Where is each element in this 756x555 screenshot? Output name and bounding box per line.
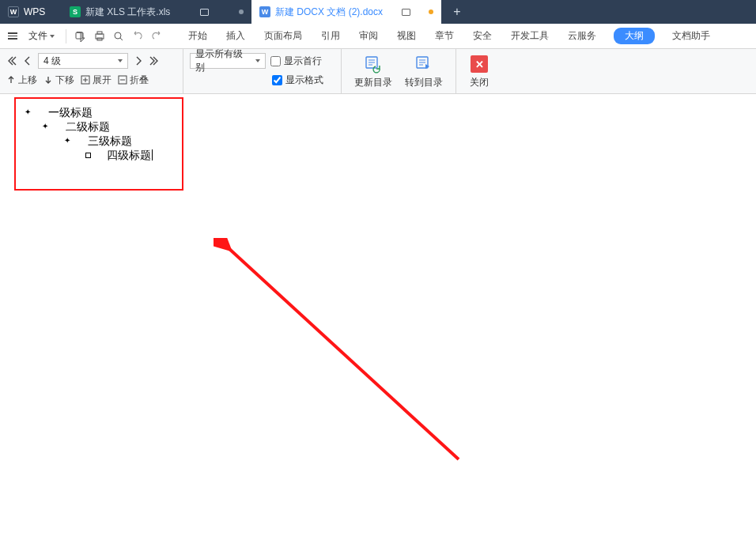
outline-h1-text: 一级标题 — [48, 105, 93, 119]
separator — [66, 29, 66, 43]
goto-toc-icon — [414, 54, 434, 74]
expand-marker-icon: ✦ — [63, 138, 70, 145]
tab-wps-label: WPS — [24, 6, 45, 17]
ribbon-tab-pagelayout[interactable]: 页面布局 — [263, 26, 304, 46]
svg-rect-2 — [97, 32, 102, 34]
ribbon-tab-chapter[interactable]: 章节 — [433, 26, 455, 46]
expand-marker-icon: ✦ — [24, 109, 31, 116]
unsaved-dot-icon — [429, 9, 433, 14]
quick-preview-icon[interactable] — [111, 28, 127, 44]
outline-h4-text: 四级标题 — [107, 148, 151, 162]
close-group: ✕ 关闭 — [456, 49, 502, 93]
tab-file-xls[interactable]: S 新建 XLS 工作表.xls — [62, 0, 251, 24]
promote-double-button[interactable] — [6, 55, 17, 66]
ribbon-tab-devtools[interactable]: 开发工具 — [509, 26, 550, 46]
svg-line-9 — [228, 247, 459, 459]
ribbon-tab-home[interactable]: 开始 — [187, 26, 209, 46]
ribbon-tab-outline[interactable]: 大纲 — [614, 28, 655, 44]
chevron-down-icon — [50, 35, 55, 38]
tab-add-button[interactable]: + — [441, 0, 473, 24]
plus-icon: + — [453, 5, 460, 19]
expand-button[interactable]: 展开 — [81, 74, 112, 87]
outline-item-h1[interactable]: ✦ 一级标题 — [24, 105, 153, 119]
expand-marker-icon: ✦ — [41, 123, 48, 130]
quick-open-icon[interactable] — [73, 28, 89, 44]
tab-wps[interactable]: W WPS — [0, 0, 62, 24]
update-toc-button[interactable]: 更新目录 — [348, 52, 399, 91]
unsaved-dot-icon — [239, 9, 244, 14]
tab-file-docx-label: 新建 DOCX 文档 (2).docx — [275, 6, 383, 19]
outline-item-h2[interactable]: ✦ 二级标题 — [24, 119, 153, 134]
goto-toc-label: 转到目录 — [405, 76, 443, 89]
annotation-arrow — [214, 238, 474, 475]
collapse-label: 折叠 — [130, 74, 149, 87]
outline-toolbar: 4 级 上移 下移 展开 — [0, 49, 756, 94]
move-down-label: 下移 — [55, 74, 74, 87]
ribbon-tab-cloud[interactable]: 云服务 — [566, 26, 598, 46]
file-menu-label: 文件 — [28, 29, 47, 43]
text-cursor — [152, 149, 153, 160]
ribbon-tab-insert[interactable]: 插入 — [225, 26, 247, 46]
close-label: 关闭 — [470, 76, 489, 89]
show-group: 显示所有级别 显示首行 显示格式 — [183, 49, 342, 93]
demote-double-button[interactable] — [149, 55, 160, 66]
window-indicator-icon — [402, 9, 410, 16]
collapse-button[interactable]: 折叠 — [118, 74, 149, 87]
chevron-down-icon — [255, 59, 260, 62]
outline-h3-text: 三级标题 — [88, 134, 132, 148]
update-toc-icon — [363, 54, 384, 74]
file-menu[interactable]: 文件 — [24, 27, 59, 45]
wps-logo-icon: W — [8, 6, 19, 17]
close-icon: ✕ — [469, 54, 490, 74]
ribbon-tab-view[interactable]: 视图 — [395, 26, 418, 46]
level-select[interactable]: 4 级 — [38, 53, 128, 69]
show-firstline-label: 显示首行 — [284, 55, 322, 68]
outline-item-h4[interactable]: 四级标题 — [24, 148, 153, 162]
toc-group: 更新目录 转到目录 — [342, 49, 456, 93]
show-level-select[interactable]: 显示所有级别 — [190, 53, 266, 69]
quick-print-icon[interactable] — [92, 28, 108, 44]
menu-bar: 文件 开始 插入 页面布局 引用 审阅 视图 章节 安全 开发工具 云服务 大纲… — [0, 24, 756, 49]
goto-toc-button[interactable]: 转到目录 — [399, 52, 449, 91]
ribbon-tab-security[interactable]: 安全 — [471, 26, 493, 46]
move-up-button[interactable]: 上移 — [6, 74, 37, 87]
svg-point-4 — [115, 32, 121, 39]
ribbon-tab-review[interactable]: 审阅 — [357, 26, 380, 46]
show-level-value: 显示所有级别 — [195, 47, 251, 74]
outline-level-group: 4 级 上移 下移 展开 — [0, 49, 183, 93]
move-down-button[interactable]: 下移 — [43, 74, 74, 87]
tab-file-docx[interactable]: W 新建 DOCX 文档 (2).docx — [251, 0, 441, 24]
document-area[interactable]: ✦ 一级标题 ✦ 二级标题 ✦ 三级标题 四级标题 — [0, 94, 756, 555]
hamburger-icon[interactable] — [5, 29, 21, 43]
ribbon-tabs: 开始 插入 页面布局 引用 审阅 视图 章节 安全 开发工具 云服务 大纲 文档… — [187, 26, 712, 46]
level-select-value: 4 级 — [43, 55, 61, 68]
outline-h2-text: 二级标题 — [66, 119, 110, 134]
show-format-label: 显示格式 — [285, 74, 323, 87]
ribbon-tab-references[interactable]: 引用 — [319, 26, 342, 46]
show-firstline-input[interactable] — [270, 56, 281, 66]
quick-redo-icon[interactable] — [149, 28, 164, 44]
show-format-checkbox[interactable]: 显示格式 — [272, 74, 323, 87]
docx-file-icon: W — [259, 6, 270, 17]
move-up-label: 上移 — [18, 74, 37, 87]
expand-label: 展开 — [93, 74, 112, 87]
show-format-input[interactable] — [272, 75, 282, 85]
leaf-marker-icon — [85, 153, 91, 158]
outline-tree: ✦ 一级标题 ✦ 二级标题 ✦ 三级标题 四级标题 — [24, 105, 153, 162]
title-tab-bar: W WPS S 新建 XLS 工作表.xls W 新建 DOCX 文档 (2).… — [0, 0, 756, 24]
show-firstline-checkbox[interactable]: 显示首行 — [270, 55, 322, 68]
outline-item-h3[interactable]: ✦ 三级标题 — [24, 134, 153, 148]
close-outline-button[interactable]: ✕ 关闭 — [463, 52, 496, 91]
promote-button[interactable] — [22, 55, 33, 66]
xls-file-icon: S — [70, 6, 81, 17]
demote-button[interactable] — [133, 55, 144, 66]
quick-undo-icon[interactable] — [130, 28, 146, 44]
ribbon-tab-dochelper[interactable]: 文档助手 — [671, 26, 712, 46]
window-indicator-icon — [200, 9, 209, 16]
chevron-down-icon — [118, 59, 123, 62]
update-toc-label: 更新目录 — [354, 76, 392, 89]
tab-file-xls-label: 新建 XLS 工作表.xls — [85, 6, 170, 19]
